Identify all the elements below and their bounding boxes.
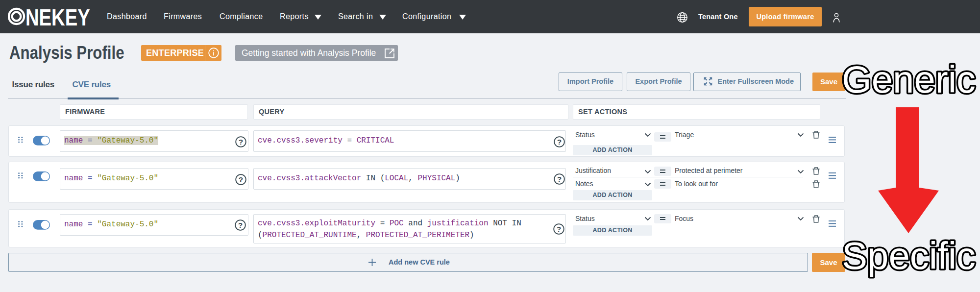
svg-text:?: ? [557,138,562,146]
svg-text:?: ? [239,138,243,146]
svg-text:?: ? [238,221,243,229]
svg-text:?: ? [557,225,561,233]
svg-text:Generic: Generic [842,58,976,101]
svg-text:Specific: Specific [842,234,976,277]
svg-text:?: ? [239,175,243,184]
svg-text:?: ? [557,175,562,183]
